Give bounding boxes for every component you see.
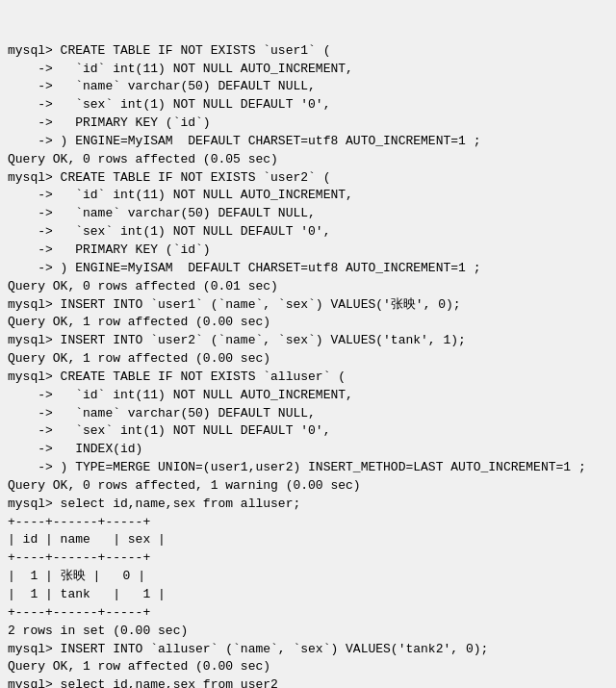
terminal-line: mysql> select id,name,sex from alluser; xyxy=(8,496,608,514)
terminal-line: Query OK, 1 row affected (0.00 sec) xyxy=(8,314,608,332)
terminal-line: mysql> INSERT INTO `alluser` (`name`, `s… xyxy=(8,641,608,659)
terminal-line: Query OK, 0 rows affected (0.05 sec) xyxy=(8,151,608,169)
terminal-line: 2 rows in set (0.00 sec) xyxy=(8,623,608,641)
terminal-line: -> `sex` int(1) NOT NULL DEFAULT '0', xyxy=(8,223,608,242)
terminal-line: | 1 | 张映 | 0 | xyxy=(8,568,608,586)
terminal-line: -> `name` varchar(50) DEFAULT NULL, xyxy=(8,78,608,96)
terminal-line: mysql> INSERT INTO `user2` (`name`, `sex… xyxy=(8,332,608,350)
terminal-content: mysql> CREATE TABLE IF NOT EXISTS `user1… xyxy=(8,42,608,688)
terminal-line: -> ) ENGINE=MyISAM DEFAULT CHARSET=utf8 … xyxy=(8,260,608,278)
terminal-line: mysql> CREATE TABLE IF NOT EXISTS `user2… xyxy=(8,169,608,188)
terminal-line: | 1 | tank | 1 | xyxy=(8,586,608,604)
terminal-line: Query OK, 1 row affected (0.00 sec) xyxy=(8,658,608,676)
terminal-line: -> ) ENGINE=MyISAM DEFAULT CHARSET=utf8 … xyxy=(8,133,608,151)
terminal-line: Query OK, 0 rows affected, 1 warning (0.… xyxy=(8,477,608,496)
terminal-line: | id | name | sex | xyxy=(8,531,608,549)
terminal-line: -> `sex` int(1) NOT NULL DEFAULT '0', xyxy=(8,422,608,441)
terminal-line: -> ) TYPE=MERGE UNION=(user1,user2) INSE… xyxy=(8,459,608,477)
terminal-line: +----+------+-----+ xyxy=(8,549,608,568)
terminal-line: mysql> INSERT INTO `user1` (`name`, `sex… xyxy=(8,296,608,315)
terminal-line: -> `id` int(11) NOT NULL AUTO_INCREMENT, xyxy=(8,187,608,205)
terminal-line: +----+------+-----+ xyxy=(8,604,608,623)
terminal-line: Query OK, 1 row affected (0.00 sec) xyxy=(8,350,608,369)
terminal-line: -> `name` varchar(50) DEFAULT NULL, xyxy=(8,205,608,223)
terminal-line: -> PRIMARY KEY (`id`) xyxy=(8,115,608,133)
terminal-line: -> `sex` int(1) NOT NULL DEFAULT '0', xyxy=(8,96,608,115)
terminal-line: mysql> select id,name,sex from user2 xyxy=(8,676,608,688)
terminal-line: -> INDEX(id) xyxy=(8,441,608,459)
terminal-line: -> `id` int(11) NOT NULL AUTO_INCREMENT, xyxy=(8,387,608,405)
terminal-line: mysql> CREATE TABLE IF NOT EXISTS `user1… xyxy=(8,42,608,61)
terminal-line: -> `id` int(11) NOT NULL AUTO_INCREMENT, xyxy=(8,61,608,79)
terminal-line: Query OK, 0 rows affected (0.01 sec) xyxy=(8,278,608,296)
terminal-line: -> PRIMARY KEY (`id`) xyxy=(8,242,608,260)
terminal-line: -> `name` varchar(50) DEFAULT NULL, xyxy=(8,405,608,423)
terminal-line: +----+------+-----+ xyxy=(8,514,608,532)
terminal-window: mysql> CREATE TABLE IF NOT EXISTS `user1… xyxy=(0,0,616,688)
terminal-line: mysql> CREATE TABLE IF NOT EXISTS `allus… xyxy=(8,369,608,387)
